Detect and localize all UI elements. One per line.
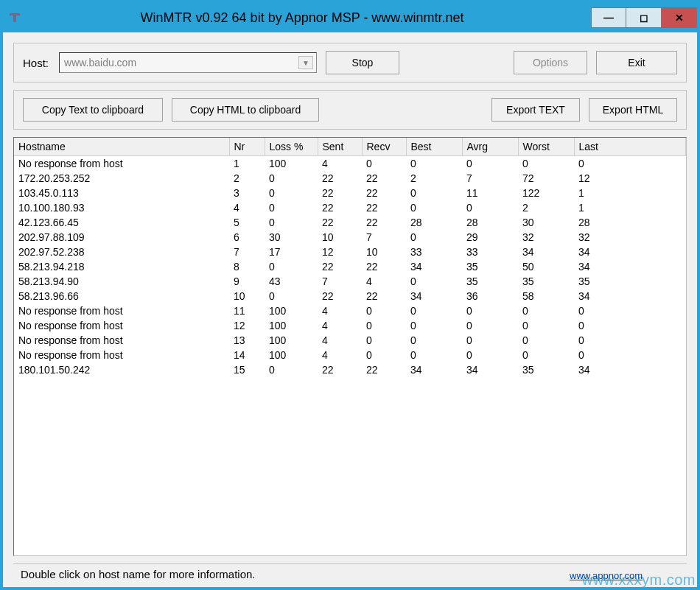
cell-nr: 10	[229, 289, 265, 303]
cell-worst: 34	[518, 245, 574, 259]
options-button: Options	[514, 51, 587, 74]
col-sent[interactable]: Sent	[318, 138, 362, 156]
export-html-label: Export HTML	[603, 104, 663, 116]
exit-button[interactable]: Exit	[596, 51, 677, 74]
table-row[interactable]: 180.101.50.242150222234343534	[14, 362, 686, 377]
chevron-down-icon[interactable]: ▼	[298, 56, 313, 69]
cell-loss: 0	[265, 171, 318, 186]
cell-avrg: 35	[462, 259, 518, 274]
appnor-link[interactable]: www.appnor.com	[570, 570, 643, 581]
cell-hostname: 172.20.253.252	[14, 171, 229, 186]
table-row[interactable]: No response from host13100400000	[14, 333, 686, 348]
copy-html-label: Copy HTML to clipboard	[190, 104, 301, 116]
cell-worst: 32	[518, 230, 574, 245]
table-row[interactable]: 58.213.94.90943740353535	[14, 274, 686, 289]
cell-hostname: No response from host	[14, 348, 229, 362]
copy-text-button[interactable]: Copy Text to clipboard	[23, 98, 163, 122]
cell-nr: 14	[229, 348, 265, 362]
cell-avrg: 34	[462, 362, 518, 377]
stop-button[interactable]: Stop	[326, 51, 399, 74]
cell-sent: 4	[318, 318, 362, 333]
table-row[interactable]: 58.213.96.66100222234365834	[14, 289, 686, 303]
minimize-icon: —	[603, 12, 614, 24]
cell-hostname: 103.45.0.113	[14, 186, 229, 200]
col-best[interactable]: Best	[406, 138, 462, 156]
cell-nr: 15	[229, 362, 265, 377]
table-row[interactable]: No response from host12100400000	[14, 318, 686, 333]
cell-best: 0	[406, 348, 462, 362]
cell-avrg: 29	[462, 230, 518, 245]
window-title: WinMTR v0.92 64 bit by Appnor MSP - www.…	[28, 10, 591, 26]
cell-nr: 13	[229, 333, 265, 348]
cell-best: 0	[406, 333, 462, 348]
col-worst[interactable]: Worst	[518, 138, 574, 156]
col-avrg[interactable]: Avrg	[462, 138, 518, 156]
cell-worst: 35	[518, 274, 574, 289]
cell-last: 28	[574, 215, 686, 230]
host-combobox[interactable]: www.baidu.com ▼	[59, 52, 317, 73]
cell-sent: 22	[318, 259, 362, 274]
cell-avrg: 0	[462, 318, 518, 333]
cell-loss: 0	[265, 289, 318, 303]
cell-loss: 0	[265, 200, 318, 215]
table-row[interactable]: 58.213.94.21880222234355034	[14, 259, 686, 274]
close-button[interactable]: ✕	[662, 7, 697, 28]
cell-avrg: 35	[462, 274, 518, 289]
export-html-button[interactable]: Export HTML	[589, 98, 677, 122]
table-row[interactable]: 202.97.52.238717121033333434	[14, 245, 686, 259]
cell-loss: 100	[265, 348, 318, 362]
cell-best: 0	[406, 303, 462, 318]
cell-worst: 0	[518, 318, 574, 333]
cell-recv: 4	[362, 274, 406, 289]
col-loss[interactable]: Loss %	[265, 138, 318, 156]
copy-text-label: Copy Text to clipboard	[42, 104, 144, 116]
col-nr[interactable]: Nr	[229, 138, 265, 156]
results-table[interactable]: Hostname Nr Loss % Sent Recv Best Avrg W…	[14, 138, 686, 377]
cell-nr: 8	[229, 259, 265, 274]
cell-recv: 22	[362, 200, 406, 215]
maximize-button[interactable]: ◻	[626, 7, 662, 28]
cell-best: 0	[406, 230, 462, 245]
cell-nr: 7	[229, 245, 265, 259]
cell-avrg: 11	[462, 186, 518, 200]
col-last[interactable]: Last	[574, 138, 686, 156]
cell-nr: 9	[229, 274, 265, 289]
cell-nr: 2	[229, 171, 265, 186]
cell-hostname: 10.100.180.93	[14, 200, 229, 215]
titlebar: WinMTR v0.92 64 bit by Appnor MSP - www.…	[3, 3, 697, 32]
options-button-label: Options	[533, 57, 568, 69]
cell-last: 34	[574, 259, 686, 274]
table-row[interactable]: 172.20.253.252202222277212	[14, 171, 686, 186]
table-row[interactable]: No response from host14100400000	[14, 348, 686, 362]
statusbar: Double click on host name for more infor…	[13, 563, 687, 584]
cell-worst: 0	[518, 333, 574, 348]
cell-sent: 22	[318, 215, 362, 230]
cell-best: 0	[406, 156, 462, 171]
table-row[interactable]: 202.97.88.1096301070293232	[14, 230, 686, 245]
table-row[interactable]: 103.45.0.1133022220111221	[14, 186, 686, 200]
cell-nr: 12	[229, 318, 265, 333]
cell-best: 34	[406, 362, 462, 377]
exit-button-label: Exit	[628, 57, 645, 69]
cell-best: 0	[406, 274, 462, 289]
col-recv[interactable]: Recv	[362, 138, 406, 156]
col-hostname[interactable]: Hostname	[14, 138, 229, 156]
host-value: www.baidu.com	[64, 57, 136, 69]
cell-last: 34	[574, 362, 686, 377]
cell-last: 32	[574, 230, 686, 245]
svg-rect-0	[10, 13, 20, 15]
cell-avrg: 0	[462, 333, 518, 348]
table-row[interactable]: No response from host1100400000	[14, 156, 686, 171]
cell-recv: 0	[362, 303, 406, 318]
export-text-button[interactable]: Export TEXT	[491, 98, 580, 122]
minimize-button[interactable]: —	[591, 7, 626, 28]
table-row[interactable]: 42.123.66.4550222228283028	[14, 215, 686, 230]
cell-recv: 0	[362, 318, 406, 333]
cell-recv: 22	[362, 259, 406, 274]
cell-loss: 100	[265, 303, 318, 318]
copy-html-button[interactable]: Copy HTML to clipboard	[172, 98, 319, 122]
table-row[interactable]: No response from host11100400000	[14, 303, 686, 318]
table-row[interactable]: 10.100.180.934022220021	[14, 200, 686, 215]
cell-last: 1	[574, 186, 686, 200]
cell-worst: 72	[518, 171, 574, 186]
